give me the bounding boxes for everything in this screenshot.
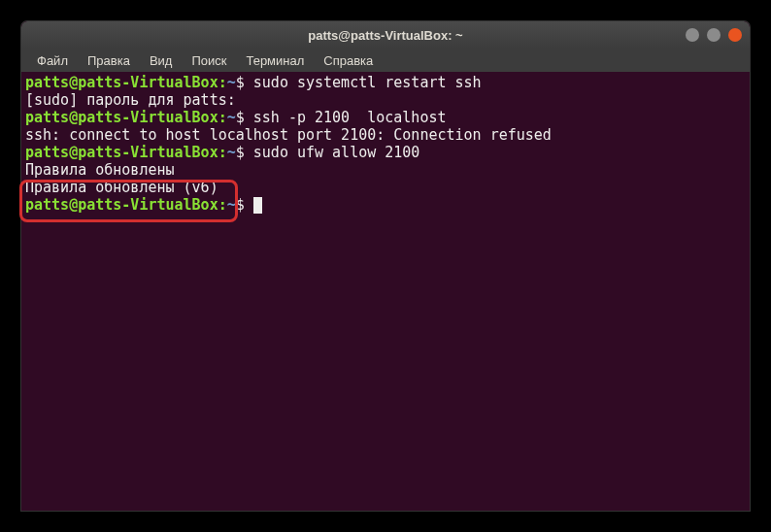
menu-view[interactable]: Вид	[142, 51, 181, 70]
command-text: ssh -p 2100 localhost	[253, 109, 447, 126]
prompt-user: patts@patts-VirtualBox	[25, 109, 218, 126]
terminal-line: patts@patts-VirtualBox:~$	[25, 196, 746, 214]
window-controls	[686, 28, 742, 42]
terminal-line: Правила обновлены (v6)	[25, 179, 746, 196]
prompt-sep: :	[218, 109, 227, 126]
prompt-path: ~	[227, 144, 236, 161]
menu-edit[interactable]: Правка	[80, 51, 138, 70]
output-text: Правила обновлены	[25, 161, 175, 179]
menu-search[interactable]: Поиск	[184, 51, 234, 70]
prompt-dollar: $	[236, 144, 245, 161]
prompt-sep: :	[218, 196, 227, 214]
prompt-path: ~	[227, 109, 236, 126]
terminal-line: patts@patts-VirtualBox:~$ sudo systemctl…	[25, 74, 746, 91]
terminal-window: patts@patts-VirtualBox: ~ Файл Правка Ви…	[21, 21, 750, 511]
menubar: Файл Правка Вид Поиск Терминал Справка	[21, 49, 750, 72]
prompt-user: patts@patts-VirtualBox	[25, 144, 218, 161]
titlebar: patts@patts-VirtualBox: ~	[21, 21, 750, 49]
prompt-path: ~	[227, 74, 236, 91]
terminal-line: patts@patts-VirtualBox:~$ ssh -p 2100 lo…	[25, 109, 746, 126]
prompt-dollar: $	[236, 109, 245, 126]
terminal-line: Правила обновлены	[25, 161, 746, 179]
terminal-line: [sudo] пароль для patts:	[25, 91, 746, 109]
prompt-dollar: $	[236, 196, 245, 214]
output-text: Правила обновлены (v6)	[25, 179, 218, 196]
maximize-button[interactable]	[707, 28, 721, 42]
output-text: [sudo] пароль для patts:	[25, 91, 236, 109]
terminal-line: patts@patts-VirtualBox:~$ sudo ufw allow…	[25, 144, 746, 161]
prompt-user: patts@patts-VirtualBox	[25, 196, 218, 214]
terminal-content[interactable]: patts@patts-VirtualBox:~$ sudo systemctl…	[21, 72, 750, 511]
prompt-dollar: $	[236, 74, 245, 91]
output-text: ssh: connect to host localhost port 2100…	[25, 126, 552, 144]
minimize-button[interactable]	[686, 28, 699, 42]
command-text: sudo ufw allow 2100	[253, 144, 420, 161]
menu-file[interactable]: Файл	[29, 51, 76, 70]
menu-help[interactable]: Справка	[316, 51, 381, 70]
menu-terminal[interactable]: Терминал	[238, 51, 312, 70]
prompt-path: ~	[227, 196, 236, 214]
cursor-icon	[253, 197, 262, 214]
prompt-user: patts@patts-VirtualBox	[25, 74, 218, 91]
window-title: patts@patts-VirtualBox: ~	[308, 28, 462, 43]
command-text: sudo systemctl restart ssh	[253, 74, 482, 91]
prompt-sep: :	[218, 74, 227, 91]
close-button[interactable]	[728, 28, 742, 42]
prompt-sep: :	[218, 144, 227, 161]
terminal-line: ssh: connect to host localhost port 2100…	[25, 126, 746, 144]
